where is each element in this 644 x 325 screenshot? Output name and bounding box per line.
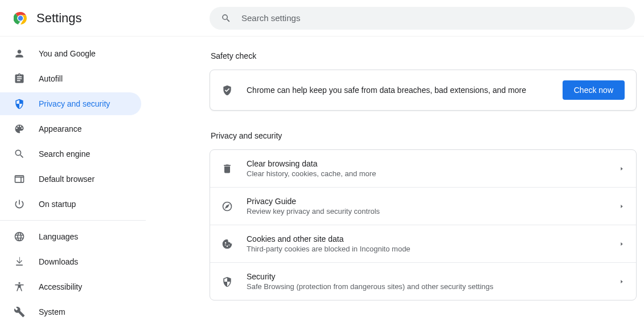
search-settings-container[interactable]	[210, 7, 635, 30]
sidebar-item-label: Languages	[39, 232, 78, 241]
chrome-logo-icon	[14, 11, 27, 25]
row-sub: Clear history, cookies, cache, and more	[247, 169, 619, 178]
security-shield-icon	[221, 276, 233, 287]
sidebar-item-accessibility[interactable]: Accessibility	[0, 275, 141, 298]
browser-icon	[14, 173, 25, 185]
person-icon	[14, 48, 25, 59]
sidebar: You and Google Autofill Privacy and secu…	[0, 36, 146, 325]
clipboard-icon	[14, 73, 25, 84]
chevron-right-icon	[619, 204, 625, 209]
sidebar-item-label: Appearance	[39, 124, 82, 133]
sidebar-item-label: System	[39, 307, 65, 316]
sidebar-item-label: Accessibility	[39, 282, 82, 291]
sidebar-item-label: On startup	[39, 200, 76, 209]
row-sub: Third-party cookies are blocked in Incog…	[247, 245, 619, 253]
accessibility-icon	[14, 281, 25, 292]
sidebar-item-system[interactable]: System	[0, 300, 141, 323]
page-title: Settings	[36, 11, 82, 26]
sidebar-item-label: Search engine	[39, 149, 90, 159]
wrench-icon	[14, 306, 25, 318]
sidebar-item-label: Privacy and security	[39, 99, 110, 108]
chevron-right-icon	[619, 166, 625, 172]
sidebar-item-label: Default browser	[39, 174, 95, 184]
chevron-right-icon	[619, 241, 625, 247]
search-icon	[14, 148, 25, 160]
row-title: Security	[247, 272, 619, 281]
row-cookies[interactable]: Cookies and other site data Third-party …	[210, 225, 636, 263]
palette-icon	[14, 123, 25, 135]
svg-marker-4	[226, 205, 229, 208]
sidebar-item-label: Downloads	[39, 257, 78, 266]
safety-check-row: Chrome can help keep you safe from data …	[210, 70, 636, 110]
compass-icon	[221, 201, 233, 212]
cookie-icon	[221, 238, 233, 250]
search-icon	[221, 13, 231, 23]
check-now-button[interactable]: Check now	[563, 80, 625, 100]
row-security[interactable]: Security Safe Browsing (protection from …	[210, 263, 636, 300]
sidebar-item-label: You and Google	[39, 49, 96, 58]
row-privacy-guide[interactable]: Privacy Guide Review key privacy and sec…	[210, 188, 636, 225]
shield-icon	[14, 98, 25, 109]
sidebar-item-label: Autofill	[39, 74, 63, 83]
trash-icon	[221, 163, 233, 174]
row-clear-browsing-data[interactable]: Clear browsing data Clear history, cooki…	[210, 150, 636, 188]
row-sub: Review key privacy and security controls	[247, 207, 619, 216]
row-title: Cookies and other site data	[247, 234, 619, 243]
shield-check-icon	[221, 84, 233, 96]
sidebar-item-you-and-google[interactable]: You and Google	[0, 42, 141, 65]
row-title: Clear browsing data	[247, 159, 619, 168]
sidebar-item-languages[interactable]: Languages	[0, 225, 141, 248]
sidebar-item-default-browser[interactable]: Default browser	[0, 168, 141, 190]
search-settings-input[interactable]	[241, 13, 624, 23]
sidebar-item-privacy-security[interactable]: Privacy and security	[0, 92, 141, 115]
sidebar-item-autofill[interactable]: Autofill	[0, 67, 141, 90]
sidebar-item-search-engine[interactable]: Search engine	[0, 143, 141, 165]
chevron-right-icon	[619, 279, 625, 285]
globe-icon	[14, 231, 25, 242]
power-icon	[14, 198, 25, 210]
main-content: Safety check Chrome can help keep you sa…	[146, 36, 644, 325]
download-icon	[14, 256, 25, 267]
sidebar-item-appearance[interactable]: Appearance	[0, 117, 141, 140]
row-sub: Safe Browsing (protection from dangerous…	[247, 282, 619, 291]
safety-check-text: Chrome can help keep you safe from data …	[247, 86, 563, 95]
row-title: Privacy Guide	[247, 197, 619, 206]
section-heading-safety-check: Safety check	[210, 51, 637, 60]
sidebar-item-downloads[interactable]: Downloads	[0, 250, 141, 273]
sidebar-divider	[0, 220, 146, 221]
sidebar-item-on-startup[interactable]: On startup	[0, 193, 141, 216]
section-heading-privacy: Privacy and security	[210, 131, 637, 140]
